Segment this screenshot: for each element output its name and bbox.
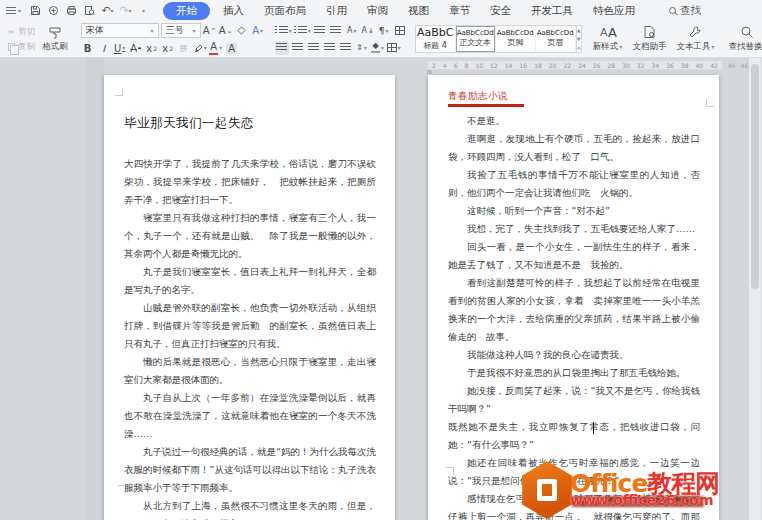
- tab-4[interactable]: 审阅: [357, 2, 398, 20]
- customize-toolbar-button[interactable]: ▾: [135, 3, 152, 18]
- vertical-scrollbar[interactable]: [749, 58, 761, 520]
- italic-button[interactable]: I: [97, 41, 111, 55]
- text-tools-button[interactable]: 文本工具▾: [671, 23, 719, 55]
- paragraph[interactable]: 逛啊逛，发现地上有个硬币，五毛的，捡起来，放进口袋，环顾四周，没人看到，松了 口…: [448, 130, 700, 166]
- tab-2[interactable]: 页面布局: [254, 2, 316, 20]
- copy-button[interactable]: 复制: [8, 41, 35, 53]
- distribute-button[interactable]: [339, 41, 353, 55]
- page-1[interactable]: 毕业那天我们一起失恋 大四快开学了，我提前了几天来学校，俗话说，磨刀不误砍柴功，…: [104, 75, 395, 520]
- scrollbar-thumb[interactable]: [751, 64, 759, 289]
- main-menu-button[interactable]: ▾: [6, 7, 21, 15]
- document-title[interactable]: 毕业那天我们一起失恋: [124, 115, 376, 132]
- format-painter-button[interactable]: 格式刷: [38, 26, 72, 53]
- print-preview-button[interactable]: [81, 3, 98, 18]
- paragraph[interactable]: 回头一看，是一个小女生，一副怯生生的样子，看来，她是丢了钱了，又不知道是不是 我…: [448, 238, 700, 274]
- char-shading-button[interactable]: A: [225, 41, 239, 55]
- find-replace-button[interactable]: 查找替换▾: [723, 23, 762, 55]
- paragraph[interactable]: 我能做这种人吗？我的良心在谴责我。: [448, 346, 700, 364]
- tab-6[interactable]: 章节: [439, 2, 480, 20]
- print-button[interactable]: [63, 3, 80, 18]
- paragraph[interactable]: 我捡了五毛钱的事情千万不能让寝室里的人知道，否则，他们两个一定会让我请他们吃 火…: [448, 166, 700, 202]
- hexagon-logo-icon: [520, 461, 574, 519]
- ruler-extension: 4446: [725, 60, 751, 70]
- style-preset-1[interactable]: AaBbCcDd正文文本: [456, 26, 496, 52]
- font-family-select[interactable]: 宋体▾: [81, 23, 159, 38]
- eraser-icon: [237, 26, 245, 34]
- pinyin-guide-button[interactable]: 拼: [177, 41, 191, 55]
- document-assistant-button[interactable]: 文档助手: [627, 23, 671, 55]
- grow-font-button[interactable]: A⌃: [203, 24, 217, 38]
- output-pdf-button[interactable]: [45, 3, 62, 18]
- cut-button[interactable]: ✂剪切: [8, 26, 35, 38]
- paragraph[interactable]: 我想，完了，失主找到我了，五毛钱要还给人家了……: [448, 220, 700, 238]
- redo-button[interactable]: ↷▾: [117, 3, 134, 18]
- paragraph[interactable]: 她没接，反而笑了起来，说：“我又不是乞丐，你给我钱干吗啊？”: [448, 382, 700, 418]
- font-size-select[interactable]: 三号▾: [161, 23, 201, 38]
- line-spacing-button[interactable]: ⇕▾: [355, 41, 369, 55]
- paragraph[interactable]: 大四快开学了，我提前了几天来学校，俗话说，磨刀不误砍柴功，我提早来学校，把床铺好…: [124, 155, 376, 209]
- paragraph[interactable]: 寝室里只有我做这种打扫的事情，寝室有三个人，我一个，丸子一个，还有就是山贼。 除…: [124, 209, 376, 263]
- superscript-button[interactable]: x2: [145, 41, 159, 55]
- page-2[interactable]: 青春励志小说 不是逛。逛啊逛，发现地上有个硬币，五毛的，捡起来，放进口袋，环顾四…: [428, 75, 719, 520]
- style-preset-0[interactable]: AaBbC标题 4: [416, 26, 456, 52]
- paragraph[interactable]: 看到这副楚楚可怜的样子，我想起了以前经常在电视里看到的贫困人家的小女孩，拿着 卖…: [448, 274, 700, 346]
- style-preset-2[interactable]: AaBbCcDd页脚: [496, 26, 536, 52]
- shading-button[interactable]: ◆▾: [371, 41, 385, 55]
- numbered-list-button[interactable]: ▾: [294, 24, 311, 38]
- paragraph[interactable]: 懒的后果就是很恶心，当然恶心只限于寝室里，走出寝室们大家都是很体面的。: [124, 353, 376, 389]
- clear-format-button[interactable]: [235, 24, 249, 38]
- tab-1[interactable]: 插入: [213, 2, 254, 20]
- paragraph[interactable]: 丸子说过一句很经典的话，就是“妈的！为什么我每次洗衣服的时候都下雨！”从这句话可…: [124, 443, 376, 497]
- highlight-button[interactable]: ▾: [193, 41, 207, 55]
- bold-button[interactable]: B: [81, 41, 95, 55]
- paragraph[interactable]: 从北方到了上海，虽然很不习惯这里冬天的雨，但是，更不习惯丸子洗衣服的频率。: [124, 497, 376, 520]
- paragraph[interactable]: 丸子是我们寝室室长，值日表上礼拜一到礼拜天，全都是写丸子的名字。: [124, 263, 376, 299]
- undo-button[interactable]: ↶▾: [99, 3, 116, 18]
- save-button[interactable]: [27, 3, 44, 18]
- style-gallery-scroll[interactable]: ▲ ▼ ≡: [577, 25, 582, 53]
- strikethrough-button[interactable]: A▾: [129, 41, 143, 55]
- align-right-button[interactable]: [307, 41, 321, 55]
- tab-8[interactable]: 开发工具: [521, 2, 583, 20]
- subscript-button[interactable]: x2: [161, 41, 175, 55]
- sort-button[interactable]: A↓: [361, 24, 375, 38]
- justify-icon: [324, 43, 335, 52]
- char-scale-button[interactable]: A▾: [345, 24, 359, 38]
- tab-7[interactable]: 安全: [480, 2, 521, 20]
- underline-button[interactable]: U▾: [113, 41, 127, 55]
- paragraph[interactable]: 山贼是管外联的副室长，他负责一切外联活动，从组织打牌，到借碟片等等我是管后勤 的…: [124, 299, 376, 353]
- page-header[interactable]: 青春励志小说: [448, 90, 524, 107]
- align-left-button[interactable]: [275, 41, 289, 55]
- paragraph[interactable]: 丸子自从上次（一年多前）在澡堂洗澡晕倒以后，就再也不敢在澡堂洗澡了，这就意味着他…: [124, 389, 376, 443]
- bullet-list-button[interactable]: ▾: [275, 24, 292, 38]
- align-center-button[interactable]: [291, 41, 305, 55]
- indent-marker[interactable]: [427, 70, 432, 74]
- increase-indent-button[interactable]: [329, 24, 343, 38]
- paragraph[interactable]: 于是我很不好意思的从口袋里掏出了那五毛钱给她。: [448, 364, 700, 382]
- tab-5[interactable]: 视图: [398, 2, 439, 20]
- shrink-font-button[interactable]: A⌄: [219, 24, 233, 38]
- paragraph[interactable]: 不是逛。: [448, 112, 700, 130]
- command-search[interactable]: 查找: [669, 4, 701, 18]
- font-color-button[interactable]: A▾: [209, 41, 223, 55]
- justify-button[interactable]: [323, 41, 337, 55]
- borders-button[interactable]: ▾: [387, 41, 401, 55]
- tab-9[interactable]: 特色应用: [583, 2, 645, 20]
- horizontal-ruler[interactable]: 24681012141618202224262830323436384042: [427, 60, 723, 70]
- page-2-body[interactable]: 不是逛。逛啊逛，发现地上有个硬币，五毛的，捡起来，放进口袋，环顾四周，没人看到，…: [428, 75, 719, 520]
- decrease-indent-button[interactable]: [313, 24, 327, 38]
- page-1-body[interactable]: 毕业那天我们一起失恋 大四快开学了，我提前了几天来学校，俗话说，磨刀不误砍柴功，…: [104, 75, 395, 520]
- scroll-down-icon[interactable]: ▼: [577, 35, 581, 44]
- show-marks-button[interactable]: ¶▾: [377, 24, 391, 38]
- scroll-up-icon[interactable]: ▲: [577, 26, 581, 35]
- tab-0[interactable]: 开始: [163, 2, 210, 20]
- style-preset-3[interactable]: AaBbCcDd页眉: [536, 26, 576, 52]
- new-style-button[interactable]: AA 新样式▾: [588, 23, 628, 55]
- paragraph[interactable]: 这时候，听到一个声音：“对不起”: [448, 202, 700, 220]
- ruler-tick: 8: [465, 62, 469, 69]
- paragraph[interactable]: 既然她不是失主，我立即恢复了常态，把钱收进口袋，问她：“有什么事吗？”: [448, 418, 700, 454]
- gallery-expand-icon[interactable]: ≡: [577, 43, 581, 52]
- text-effects-button[interactable]: A▾: [251, 24, 265, 38]
- tab-3[interactable]: 引用: [316, 2, 357, 20]
- insert-table-button[interactable]: [393, 24, 407, 38]
